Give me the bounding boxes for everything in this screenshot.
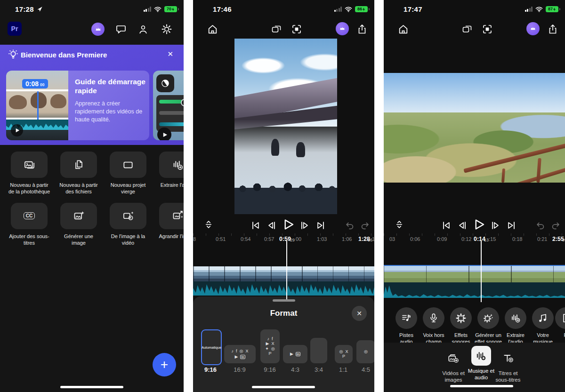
action-extract-audio[interactable]: Extraire l'audio <box>156 152 184 195</box>
premium-crown-button[interactable] <box>336 22 349 35</box>
frame-back-button[interactable] <box>265 218 279 232</box>
action-new-blank-project[interactable]: Nouveau projet vierge <box>106 152 150 195</box>
share-button[interactable] <box>546 22 560 36</box>
overlay-button[interactable] <box>269 22 283 36</box>
action-generate-image[interactable]: Générer une image <box>57 203 100 247</box>
tool-audio-tracks[interactable]: Pistes audio <box>393 307 420 345</box>
slider-gray <box>159 111 184 115</box>
skip-end-button[interactable] <box>504 218 518 232</box>
tool-voiceover[interactable]: Voix hors champ <box>420 307 447 345</box>
skip-start-button[interactable] <box>249 218 263 232</box>
audio-waveform[interactable] <box>384 282 565 298</box>
facebook-icon: f <box>236 349 237 353</box>
ruler-tick: 0:12 <box>461 236 471 242</box>
play-icon <box>15 128 20 133</box>
format-option-4-5[interactable]: ◎ <box>356 340 374 363</box>
format-option-auto[interactable]: Automatique <box>201 329 222 365</box>
timeline-ruler[interactable]: 8 0:51 0:54 0:57 0:59 29 00 1:03 1:06 1:… <box>193 233 374 245</box>
tool-circle <box>450 307 472 329</box>
play-button[interactable] <box>157 128 171 140</box>
feedback-button[interactable] <box>114 23 128 36</box>
new-project-fab[interactable]: + <box>153 353 176 376</box>
tool-generate-sound-effect[interactable]: Générer un effet sonore <box>475 307 502 345</box>
tab-titles-subtitles[interactable]: Titres et sous-titres <box>492 348 525 384</box>
signal-icon <box>144 7 152 12</box>
burst-icon <box>455 312 467 324</box>
audio-tracks-icon <box>401 312 412 324</box>
skip-start-button[interactable] <box>439 218 453 232</box>
fullscreen-button[interactable] <box>290 22 304 36</box>
location-arrow-icon <box>37 6 43 12</box>
status-time: 17:28 <box>15 5 34 13</box>
action-add-captions[interactable]: CC Ajouter des sous-titres <box>8 203 51 247</box>
action-new-from-photos[interactable]: Nouveau à partir de la photothèque <box>8 152 51 195</box>
timeline-ruler[interactable]: 03 0:06 0:09 0:12 0:14 13 :15 0:18 0:21 … <box>384 233 565 245</box>
format-option-4-3[interactable]: ▶in <box>283 345 307 363</box>
tab-icon-wrap <box>444 348 463 368</box>
quickstart-card[interactable]: 0:0800 Guide de démarrage rapide Apprene… <box>6 71 149 140</box>
x-icon: X <box>345 350 348 354</box>
tool-circle <box>477 307 499 329</box>
redo-button[interactable] <box>358 218 372 232</box>
action-upscale-image[interactable]: Agrandir l'image <box>156 203 184 247</box>
tool-your-music[interactable]: Votre musique <box>529 307 557 345</box>
share-button[interactable] <box>355 22 369 36</box>
video-preview[interactable] <box>384 73 565 183</box>
preview-guitarist <box>296 142 305 157</box>
filters-tile <box>156 74 174 92</box>
timeline-expand-button[interactable] <box>202 217 216 232</box>
play-button[interactable] <box>280 216 296 232</box>
undo-button[interactable] <box>533 218 548 232</box>
thumbnail-hands <box>31 92 47 108</box>
video-preview[interactable] <box>234 39 337 214</box>
play-button[interactable] <box>471 216 487 232</box>
action-image-to-video[interactable]: De l'image à la vidéo <box>106 203 150 247</box>
frame-forward-button[interactable] <box>488 218 502 232</box>
home-icon <box>397 24 409 35</box>
thumbnail-hands <box>9 95 27 109</box>
ruler-tick: 0:09 <box>437 236 447 242</box>
redo-button[interactable] <box>549 218 563 232</box>
banner-close-button[interactable]: ✕ <box>167 49 173 59</box>
expand-vertical-icon <box>203 219 214 230</box>
premium-crown-button[interactable] <box>91 23 105 36</box>
playhead[interactable] <box>481 241 482 302</box>
instagram-icon: ◎ <box>339 350 343 354</box>
home-button[interactable] <box>396 22 410 36</box>
ruler-tick: 0:57 <box>264 236 274 242</box>
frame-forward-button[interactable] <box>298 218 312 232</box>
screenshot-collage: 17:28 70 Pr Bienvenue dans Premiere ✕ <box>0 0 565 392</box>
undo-button[interactable] <box>343 218 357 232</box>
timeline-clip[interactable] <box>193 266 374 281</box>
skip-end-button[interactable] <box>314 218 328 232</box>
timeline-clip[interactable] <box>384 265 565 283</box>
format-option-3-4[interactable] <box>310 338 327 363</box>
playhead[interactable] <box>286 241 287 299</box>
frame-back-button[interactable] <box>455 218 469 232</box>
action-tile <box>110 152 146 178</box>
sheet-drag-handle[interactable] <box>273 299 295 302</box>
person-icon <box>137 24 149 35</box>
tool-extract-audio[interactable]: Extraire l'audio <box>502 307 529 345</box>
play-button[interactable] <box>11 124 23 136</box>
tool-sound-effects[interactable]: Effets sonores <box>447 307 475 345</box>
premium-crown-button[interactable] <box>526 22 540 35</box>
timeline-expand-button[interactable] <box>392 217 406 232</box>
tool-files-partial[interactable]: Fi <box>557 307 565 339</box>
account-button[interactable] <box>137 23 150 36</box>
second-tutorial-card[interactable] <box>153 71 184 140</box>
sheet-close-button[interactable]: ✕ <box>352 306 367 321</box>
slider-green <box>159 100 184 104</box>
format-option-16-9[interactable]: ♪f◎X ▶in <box>224 345 256 363</box>
settings-button[interactable] <box>160 23 173 36</box>
preview-sky <box>384 73 565 113</box>
format-option-9-16[interactable]: ♪f ▶X ✦◎ P <box>260 329 280 363</box>
format-option-1-1[interactable]: ◎X P <box>335 345 353 363</box>
overlay-button[interactable] <box>460 22 474 36</box>
audio-waveform[interactable] <box>193 281 374 296</box>
fullscreen-button[interactable] <box>480 22 494 36</box>
linkedin-icon: in <box>240 355 245 359</box>
image-to-video-icon <box>122 209 135 222</box>
home-button[interactable] <box>205 22 219 36</box>
action-new-from-files[interactable]: Nouveau à partir des fichiers <box>57 152 100 195</box>
